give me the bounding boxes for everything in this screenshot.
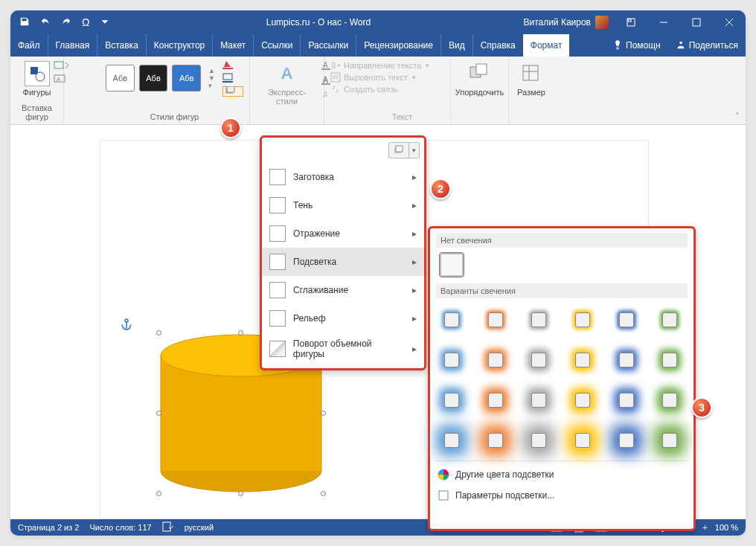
shape-style-2[interactable]: Абв bbox=[139, 65, 168, 91]
menu-item-reflection[interactable]: Отражение▸ bbox=[262, 219, 424, 248]
glow-variant[interactable] bbox=[481, 426, 510, 455]
menu-item-glow[interactable]: Подсветка▸ bbox=[262, 248, 424, 276]
glow-variant[interactable] bbox=[481, 306, 510, 334]
glow-variant[interactable] bbox=[568, 306, 597, 334]
tab-share[interactable]: Поделиться bbox=[668, 34, 746, 57]
glow-variant[interactable] bbox=[525, 386, 553, 414]
tab-format[interactable]: Формат bbox=[523, 34, 570, 57]
glow-variant[interactable] bbox=[656, 306, 684, 334]
glow-variant[interactable] bbox=[481, 346, 510, 374]
effects-toggle-dropdown[interactable]: ▾ bbox=[409, 142, 420, 158]
svg-rect-16 bbox=[227, 86, 234, 92]
glow-variant[interactable] bbox=[525, 306, 553, 334]
menu-item-soft-edges[interactable]: Сглаживание▸ bbox=[262, 276, 424, 304]
gallery-header-no-glow: Нет свечения bbox=[436, 233, 688, 248]
quick-access-toolbar: Ω bbox=[10, 16, 119, 29]
menu-item-bevel[interactable]: Рельеф▸ bbox=[262, 304, 424, 333]
glow-variant[interactable] bbox=[612, 346, 641, 374]
more-glow-colors[interactable]: Другие цвета подсветки bbox=[436, 464, 688, 485]
glow-variant[interactable] bbox=[568, 426, 597, 455]
styles-more[interactable]: ▾ bbox=[208, 82, 215, 89]
tab-home[interactable]: Главная bbox=[48, 34, 97, 57]
menu-item-3d-rotation[interactable]: Поворот объемной фигуры▸ bbox=[262, 333, 424, 365]
glow-variant[interactable] bbox=[438, 426, 466, 455]
text-direction-button[interactable]: Направление текста▾ bbox=[330, 60, 444, 71]
tab-help[interactable]: Справка bbox=[472, 34, 523, 57]
spellcheck-icon[interactable] bbox=[162, 521, 174, 533]
glow-variant[interactable] bbox=[525, 346, 553, 374]
shapes-icon bbox=[25, 61, 50, 86]
shapes-button[interactable]: Фигуры bbox=[16, 60, 57, 98]
glow-variant[interactable] bbox=[656, 346, 684, 374]
glow-variant[interactable] bbox=[568, 386, 597, 414]
status-language[interactable]: русский bbox=[185, 523, 214, 532]
size-button[interactable]: Размер bbox=[515, 60, 548, 98]
minimize-button[interactable] bbox=[647, 10, 680, 34]
status-page[interactable]: Страница 2 из 2 bbox=[18, 523, 79, 532]
glow-variant[interactable] bbox=[656, 386, 684, 414]
tab-file[interactable]: Файл bbox=[10, 34, 48, 57]
glow-options[interactable]: Параметры подсветки... bbox=[436, 485, 688, 506]
arrange-button[interactable]: Упорядочить bbox=[457, 60, 502, 98]
svg-rect-27 bbox=[523, 65, 538, 80]
wordart-quick-styles[interactable]: A Экспресс-стили bbox=[256, 60, 318, 107]
effects-toggle-left[interactable] bbox=[388, 142, 409, 158]
text-box-icon[interactable]: A bbox=[54, 74, 70, 85]
tab-layout[interactable]: Макет bbox=[212, 34, 253, 57]
tab-assistant[interactable]: Помощн bbox=[605, 34, 668, 57]
avatar bbox=[595, 16, 609, 29]
callout-3: 3 bbox=[691, 397, 712, 418]
tab-insert[interactable]: Вставка bbox=[97, 34, 146, 57]
qat-dropdown-icon[interactable] bbox=[100, 16, 110, 29]
shape-outline-button[interactable] bbox=[222, 73, 243, 83]
glow-variant[interactable] bbox=[612, 426, 641, 455]
glow-variant[interactable] bbox=[656, 426, 684, 455]
tab-mailings[interactable]: Рассылки bbox=[300, 34, 356, 57]
svg-rect-35 bbox=[439, 491, 448, 500]
menu-item-preset[interactable]: Заготовка▸ bbox=[262, 163, 424, 191]
shape-style-3[interactable]: Абв bbox=[172, 65, 201, 91]
menu-item-shadow[interactable]: Тень▸ bbox=[262, 191, 424, 219]
zoom-level[interactable]: 100 % bbox=[715, 523, 738, 532]
glow-variant[interactable] bbox=[438, 346, 466, 374]
collapse-ribbon-icon[interactable]: ˄ bbox=[735, 112, 740, 121]
svg-rect-36 bbox=[163, 522, 170, 531]
maximize-button[interactable] bbox=[680, 10, 713, 34]
close-button[interactable] bbox=[713, 10, 746, 34]
tab-design[interactable]: Конструктор bbox=[146, 34, 212, 57]
omega-icon[interactable]: Ω bbox=[82, 16, 89, 28]
undo-icon[interactable] bbox=[40, 16, 51, 29]
ribbon-tabs: Файл Главная Вставка Конструктор Макет С… bbox=[10, 34, 746, 57]
glow-variant[interactable] bbox=[568, 346, 597, 374]
redo-icon[interactable] bbox=[61, 16, 71, 29]
tab-review[interactable]: Рецензирование bbox=[356, 34, 441, 57]
autosave-icon[interactable] bbox=[19, 16, 30, 29]
tab-references[interactable]: Ссылки bbox=[253, 34, 300, 57]
tab-view[interactable]: Вид bbox=[441, 34, 472, 57]
share-icon bbox=[676, 39, 686, 52]
ribbon-display-options[interactable] bbox=[615, 10, 647, 34]
account-area[interactable]: Виталий Каиров bbox=[517, 16, 615, 29]
shape-style-1[interactable]: Абв bbox=[106, 65, 135, 91]
svg-rect-14 bbox=[222, 81, 233, 83]
zoom-in[interactable]: + bbox=[702, 523, 707, 532]
align-text-button[interactable]: Выровнять текст▾ bbox=[330, 71, 444, 83]
glow-variant[interactable] bbox=[612, 306, 641, 334]
shape-effects-button[interactable] bbox=[222, 86, 243, 97]
styles-scroll-up[interactable]: ▲ bbox=[208, 67, 215, 74]
create-link-button[interactable]: Создать связь bbox=[330, 83, 444, 95]
glow-variant[interactable] bbox=[438, 306, 466, 334]
glow-variant[interactable] bbox=[612, 386, 641, 414]
svg-rect-13 bbox=[223, 74, 232, 80]
styles-scroll-down[interactable]: ▼ bbox=[208, 74, 215, 82]
status-word-count[interactable]: Число слов: 117 bbox=[89, 523, 151, 532]
edit-shape-icon[interactable] bbox=[54, 61, 70, 71]
shape-fill-button[interactable] bbox=[222, 60, 243, 70]
svg-point-8 bbox=[36, 72, 45, 81]
callout-2: 2 bbox=[430, 179, 451, 199]
glow-variant[interactable] bbox=[525, 426, 553, 455]
no-glow-swatch[interactable] bbox=[439, 252, 464, 277]
svg-rect-12 bbox=[222, 68, 233, 69]
glow-variant[interactable] bbox=[438, 386, 466, 414]
glow-variant[interactable] bbox=[481, 386, 510, 414]
